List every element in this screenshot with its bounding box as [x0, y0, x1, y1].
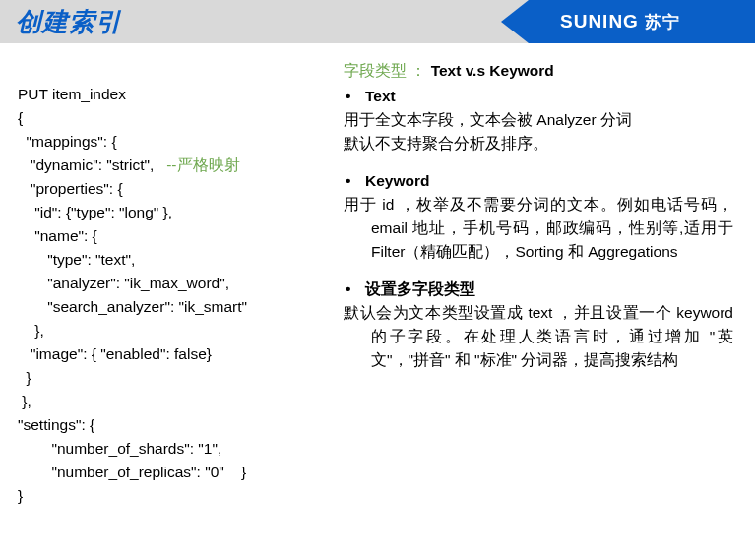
code-line: }, [18, 393, 31, 409]
bullet-label-text: Text [365, 85, 396, 108]
bullet-icon: • [344, 169, 365, 193]
slide-header: 创建索引 SUNING 苏宁 [0, 0, 755, 43]
bullet-icon: • [344, 85, 365, 108]
code-line: "dynamic": "strict", [18, 156, 166, 173]
code-line: "type": "text", [18, 251, 135, 268]
code-line: "number_of_shards": "1", [18, 440, 221, 457]
code-line: "properties": { [18, 180, 123, 197]
code-line: "number_of_replicas": "0" } [18, 464, 246, 480]
code-line: PUT item_index [18, 86, 126, 102]
bullet-text: • Text [344, 85, 733, 108]
code-line: }, [18, 322, 44, 339]
keyword-desc: 用于 id ，枚举及不需要分词的文本。例如电话号码，email 地址，手机号码，… [344, 193, 733, 264]
bullet-icon: • [344, 278, 365, 301]
code-line: } [18, 369, 31, 386]
text-desc-2: 默认不支持聚合分析及排序。 [344, 132, 733, 156]
bullet-multifield: • 设置多字段类型 [344, 278, 733, 301]
bullet-keyword: • Keyword [344, 169, 733, 193]
code-block: PUT item_index { "mappings": { "dynamic"… [18, 59, 338, 508]
slide-content: PUT item_index { "mappings": { "dynamic"… [0, 43, 755, 508]
brand-banner: SUNING 苏宁 [529, 0, 755, 43]
code-line: "name": { [18, 227, 97, 244]
code-line: } [18, 487, 23, 504]
code-line: { [18, 109, 23, 126]
code-line: "analyzer": "ik_max_word", [18, 275, 229, 291]
description-column: 字段类型 ： Text v.s Keyword • Text 用于全文本字段，文… [338, 59, 745, 508]
code-line: "id": {"type": "long" }, [18, 204, 172, 220]
text-desc-1: 用于全文本字段，文本会被 Analyzer 分词 [344, 108, 733, 132]
code-line: "search_analyzer": "ik_smart" [18, 298, 247, 315]
brand-cn: 苏宁 [645, 11, 680, 33]
section-label: 字段类型 ： [344, 62, 426, 79]
multi-desc: 默认会为文本类型设置成 text ，并且设置一个 keyword 的子字段。在处… [344, 301, 733, 372]
code-line: "mappings": { [18, 133, 117, 150]
bullet-label-keyword: Keyword [365, 169, 429, 193]
code-comment: --严格映射 [166, 156, 239, 173]
section-keyword: Text v.s Keyword [431, 62, 554, 79]
slide-title: 创建索引 [16, 5, 122, 39]
bullet-label-multi: 设置多字段类型 [365, 278, 475, 301]
brand-text: SUNING 苏宁 [560, 11, 680, 33]
code-line: "image": { "enabled": false} [18, 345, 212, 362]
brand-en: SUNING [560, 11, 639, 32]
section-heading: 字段类型 ： Text v.s Keyword [344, 59, 733, 83]
code-line: "settings": { [18, 416, 94, 433]
